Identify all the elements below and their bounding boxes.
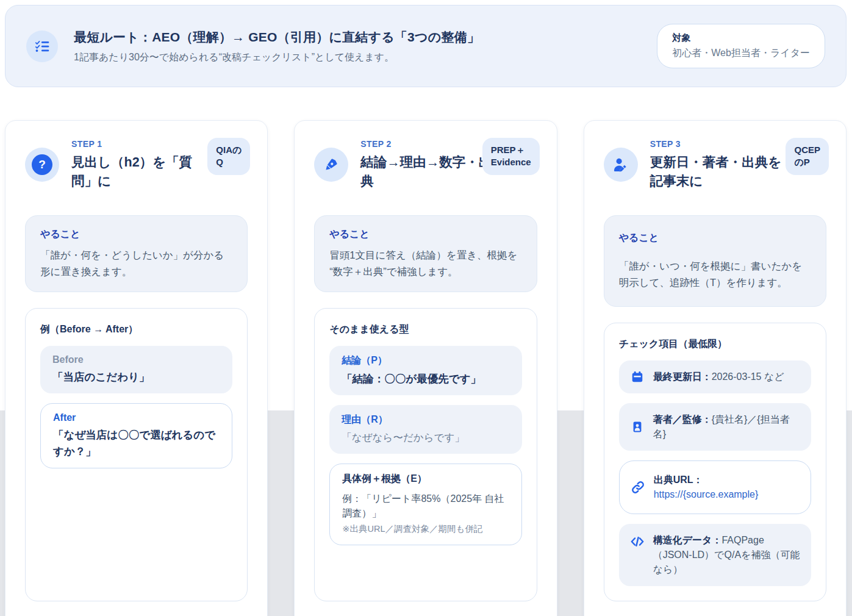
example-title: 例（Before → After）	[40, 323, 232, 336]
row-label: 最終更新日：	[653, 371, 712, 382]
audience-label: 対象	[672, 32, 810, 44]
infographic-page: 最短ルート：AEO（理解）→ GEO（引用）に直結する「3つの整備」 1記事あた…	[0, 0, 852, 616]
step3-badge: QCEP のP	[786, 138, 829, 175]
step1-badge: QIAの Q	[207, 138, 250, 175]
list-check-icon	[26, 30, 58, 62]
page-title: 最短ルート：AEO（理解）→ GEO（引用）に直結する「3つの整備」	[74, 29, 642, 46]
todo-text: 冒頭1文目に答え（結論）を置き、根拠を“数字＋出典”で補強します。	[329, 247, 521, 279]
id-card-icon	[630, 420, 645, 434]
step2-label: STEP 2	[360, 139, 493, 149]
item-label: 結論（P）	[342, 354, 509, 367]
before-item: Before 「当店のこだわり」	[40, 346, 232, 393]
steps-grid: QIAの Q ? STEP 1 見出し（h2）を「質問」に やること 「誰が・何…	[5, 120, 847, 616]
step2-title: 結論→理由→数字・出典	[360, 153, 493, 191]
step3-checklist-box: チェック項目（最低限） 最終更新日：2026-03-15 など	[604, 323, 826, 601]
calendar-icon	[630, 370, 645, 384]
after-item: After 「なぜ当店は〇〇で選ばれるのですか？」	[40, 403, 232, 468]
step1-todo-box: やること 「誰が・何を・どうしたいか」が分かる形に置き換えます。	[25, 215, 248, 292]
badge-line: Evidence	[491, 156, 531, 168]
row-value: https://{source.example}	[654, 489, 759, 500]
template-item-reason: 理由（R） 「なぜなら〜だからです」	[329, 405, 521, 454]
todo-label: やること	[619, 232, 811, 245]
checklist-item-author: 著者／監修：{貴社名}／{担当者名}	[619, 403, 811, 451]
step1-label: STEP 1	[71, 139, 204, 149]
item-text: 「結論：〇〇が最優先です」	[342, 371, 509, 387]
checklist-item-structured-data: 構造化データ：FAQPage（JSON-LD）でQ/Aを補強（可能なら）	[619, 524, 811, 586]
step2-template-box: そのまま使える型 結論（P） 「結論：〇〇が最優先です」 理由（R） 「なぜなら…	[314, 308, 537, 601]
step2-badge: PREP＋ Evidence	[482, 138, 540, 175]
header-banner: 最短ルート：AEO（理解）→ GEO（引用）に直結する「3つの整備」 1記事あた…	[5, 5, 847, 87]
link-icon	[631, 480, 645, 495]
badge-line: PREP＋	[491, 144, 531, 156]
row-label: 出典URL：	[654, 475, 703, 485]
badge-line: のP	[794, 156, 820, 168]
before-label: Before	[52, 354, 220, 365]
step2-card: PREP＋ Evidence STEP 2 結論→理由→数字・出典	[294, 120, 557, 616]
step2-todo-box: やること 冒頭1文目に答え（結論）を置き、根拠を“数字＋出典”で補強します。	[314, 215, 537, 292]
after-label: After	[53, 412, 220, 423]
step1-example-box: 例（Before → After） Before 「当店のこだわり」 After…	[25, 308, 248, 601]
todo-label: やること	[40, 228, 232, 241]
item-label: 具体例＋根拠（E）	[342, 473, 509, 485]
banner-text: 最短ルート：AEO（理解）→ GEO（引用）に直結する「3つの整備」 1記事あた…	[74, 29, 642, 64]
checklist-item-source-url: 出典URL：https://{source.example}	[619, 460, 811, 514]
step3-card: QCEP のP STEP 3 更新日・著者・出典を記事末に	[584, 120, 847, 616]
step3-takeaway: 「追跡できる情報」は、AIが採用する時の安心材料になります。	[604, 601, 826, 616]
template-item-evidence: 具体例＋根拠（E） 例：「リピート率85%（2025年 自社調査）」 ※出典UR…	[329, 464, 521, 545]
page-subtitle: 1記事あたり30分〜で始められる“改稿チェックリスト”として使えます。	[74, 51, 642, 64]
row-label: 著者／監修：	[653, 414, 712, 424]
step1-card: QIAの Q ? STEP 1 見出し（h2）を「質問」に やること 「誰が・何…	[5, 120, 268, 616]
user-edit-icon	[604, 148, 638, 182]
step1-title: 見出し（h2）を「質問」に	[71, 153, 204, 191]
audience-value: 初心者・Web担当者・ライター	[672, 47, 810, 60]
audience-pill: 対象 初心者・Web担当者・ライター	[657, 24, 825, 68]
question-glyph: ?	[32, 154, 52, 175]
checklist-item-updated-date: 最終更新日：2026-03-15 など	[619, 360, 811, 393]
badge-line: Q	[216, 156, 242, 168]
step2-takeaway: 「数字＋出典」があると、AIが引用しやすくなります（GEOに効く）。	[314, 601, 537, 616]
row-label: 構造化データ：	[653, 535, 722, 545]
step1-takeaway: AIが「質問→答え」を対応付けやすくなります（AEOの土台）。	[25, 601, 248, 616]
checklist-title: チェック項目（最低限）	[619, 338, 811, 351]
step3-todo-box: やること 「誰が・いつ・何を根拠に」書いたかを明示して、追跡性（T）を作ります。	[604, 215, 826, 307]
todo-label: やること	[329, 228, 521, 241]
item-label: 理由（R）	[342, 414, 509, 426]
item-text: 例：「リピート率85%（2025年 自社調査）」	[342, 492, 509, 521]
step3-title: 更新日・著者・出典を記事末に	[650, 153, 782, 191]
step3-label: STEP 3	[650, 139, 782, 149]
pen-nib-icon	[314, 148, 348, 182]
badge-line: QCEP	[794, 144, 820, 156]
code-icon	[630, 534, 645, 549]
after-text: 「なぜ当店は〇〇で選ばれるのですか？」	[53, 427, 220, 459]
badge-line: QIAの	[216, 144, 242, 156]
question-icon: ?	[25, 148, 59, 182]
todo-text: 「誰が・いつ・何を根拠に」書いたかを明示して、追跡性（T）を作ります。	[619, 258, 811, 290]
row-value: 2026-03-15 など	[712, 371, 784, 382]
template-item-conclusion: 結論（P） 「結論：〇〇が最優先です」	[329, 346, 521, 395]
item-note: ※出典URL／調査対象／期間も併記	[342, 523, 509, 536]
item-text: 「なぜなら〜だからです」	[342, 430, 509, 445]
template-title: そのまま使える型	[329, 323, 521, 336]
before-text: 「当店のこだわり」	[52, 369, 220, 385]
todo-text: 「誰が・何を・どうしたいか」が分かる形に置き換えます。	[40, 247, 232, 279]
